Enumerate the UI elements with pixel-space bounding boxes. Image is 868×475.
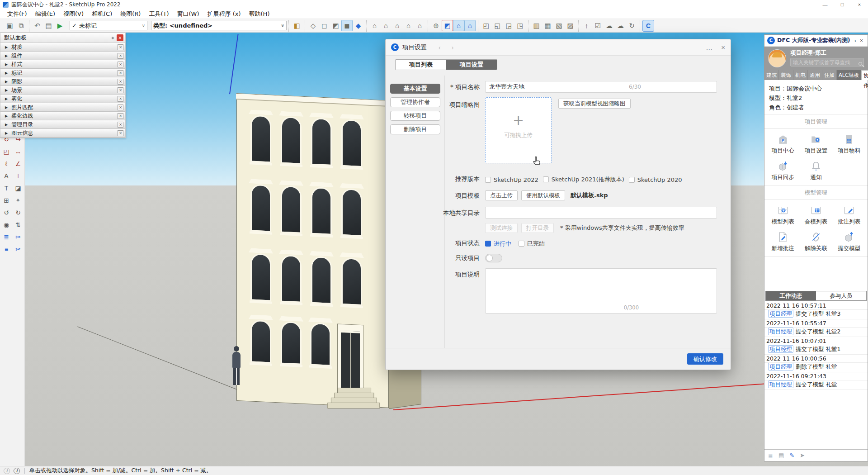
expand-arrow-icon[interactable]: ▶ xyxy=(5,80,8,84)
toolbar-style-icon[interactable]: ◆ xyxy=(353,20,364,31)
panel-footer-icon[interactable]: ➤ xyxy=(800,452,805,459)
thumbnail-dropzone[interactable]: + 可拖拽上传 xyxy=(485,97,552,163)
feed-item[interactable]: 2022-11-16 10:00:56 项目经理删除了模型 礼堂 xyxy=(764,355,868,372)
feed-user-chip[interactable]: 项目经理 xyxy=(768,345,793,353)
expand-arrow-icon[interactable]: ▶ xyxy=(5,123,8,127)
checkbox-icon[interactable] xyxy=(629,177,635,183)
dfc-panel-header[interactable]: DFC 大师版-专业套装(内测) ‹ × xyxy=(764,35,868,47)
feed-item[interactable]: 2022-11-16 09:21:43 项目经理提交了模型 礼堂 xyxy=(764,372,868,390)
panel-footer-icon[interactable]: ≣ xyxy=(768,452,773,459)
menu-item[interactable]: 文件(F) xyxy=(4,9,31,19)
project-sync-button[interactable]: 项目同步 xyxy=(766,160,799,181)
tool-button[interactable]: ↺ xyxy=(0,206,12,218)
expand-arrow-icon[interactable]: ▶ xyxy=(5,54,8,58)
tool-button[interactable]: T xyxy=(0,182,12,194)
add-note-button[interactable]: 新增批注 xyxy=(766,231,799,252)
status-info-icon[interactable]: i xyxy=(4,468,10,474)
feed-item[interactable]: 2022-11-16 10:07:01 项目经理提交了模型 礼堂1 xyxy=(764,337,868,355)
tool-button[interactable]: ℓ xyxy=(0,157,12,170)
tray-section-close-icon[interactable]: × xyxy=(118,130,123,136)
tool-button[interactable]: A xyxy=(0,170,12,182)
tool-button[interactable]: ∠ xyxy=(12,157,24,170)
expand-arrow-icon[interactable]: ▶ xyxy=(5,71,8,75)
share-dir-input[interactable] xyxy=(485,207,717,218)
upload-template-button[interactable]: 点击上传 xyxy=(485,190,518,200)
tab-project-list[interactable]: 项目列表 xyxy=(396,60,446,70)
unlink-button[interactable]: 解除关联 xyxy=(799,231,832,252)
toolbar-camera-icon[interactable]: ⌂ xyxy=(453,20,464,31)
tray-section-close-icon[interactable]: × xyxy=(118,79,123,85)
expand-arrow-icon[interactable]: ▶ xyxy=(5,105,8,109)
menu-item[interactable]: 工具(T) xyxy=(145,9,172,19)
toolbar-camera-icon[interactable]: ⊕ xyxy=(430,20,442,31)
version-option[interactable]: SketchUp 2022 xyxy=(485,176,538,183)
tool-button[interactable]: ≡ xyxy=(0,243,12,255)
tray-section[interactable]: ▶ 管理目录 × xyxy=(0,120,125,129)
title-bar[interactable]: 国际会议中心 - 礼堂2 - SketchUp Pro 2022 — □ × xyxy=(0,0,868,9)
notifications-button[interactable]: 通知 xyxy=(799,160,832,181)
toolbar-view-icon[interactable]: ⌂ xyxy=(403,20,414,31)
tool-button[interactable]: ✂ xyxy=(12,231,24,243)
expand-arrow-icon[interactable]: ▶ xyxy=(5,114,8,118)
tool-button[interactable]: ⊞ xyxy=(0,194,12,206)
version-option[interactable]: SketchUp 2020 xyxy=(629,176,682,183)
tool-button[interactable]: ↻ xyxy=(12,206,24,218)
tag-filter-dropdown[interactable]: ✓ 未标记 ∨ xyxy=(70,21,147,30)
dialog-close-icon[interactable]: × xyxy=(721,43,725,51)
description-textarea[interactable] xyxy=(485,268,717,314)
type-dropdown[interactable]: 类型: <undefined> ∨ xyxy=(151,21,287,30)
expand-arrow-icon[interactable]: ▶ xyxy=(5,88,8,92)
tray-section[interactable]: ▶ 样式 × xyxy=(0,60,125,69)
feed-tab[interactable]: 工作动态 xyxy=(766,291,816,300)
feed-item[interactable]: 2022-11-16 10:57:11 项目经理提交了模型 礼堂3 xyxy=(764,302,868,319)
toolbar-model-icon[interactable]: ▧ xyxy=(553,20,565,31)
menu-item[interactable]: 视图(V) xyxy=(60,9,87,19)
tray-section-close-icon[interactable]: × xyxy=(118,113,123,119)
tray-section-close-icon[interactable]: × xyxy=(118,96,123,102)
discipline-tab[interactable]: 协作 xyxy=(861,70,868,80)
toolbar-icon[interactable]: ↶ xyxy=(32,20,43,31)
capture-thumbnail-button[interactable]: 获取当前模型视图缩略图 xyxy=(558,99,631,109)
menu-item[interactable]: 窗口(W) xyxy=(174,9,203,19)
toolbar-model-icon[interactable]: ▥ xyxy=(531,20,542,31)
tray-section[interactable]: ▶ 标记 × xyxy=(0,69,125,77)
tool-button[interactable]: ✂ xyxy=(12,243,24,255)
toolbar-solid-icon[interactable]: ◱ xyxy=(492,20,503,31)
feed-user-chip[interactable]: 项目经理 xyxy=(768,310,793,318)
status-option-finished[interactable]: 已完结 xyxy=(519,240,545,248)
checkbox-icon[interactable] xyxy=(543,176,549,182)
tool-button[interactable]: ◪ xyxy=(12,182,24,194)
toolbar-style-icon[interactable]: ◼ xyxy=(341,20,353,31)
tray-section[interactable]: ▶ 照片匹配 × xyxy=(0,103,125,112)
forward-arrow-icon[interactable]: › xyxy=(446,44,459,51)
checkbox-icon[interactable] xyxy=(485,177,491,183)
dfc-plugin-icon[interactable]: C xyxy=(642,20,654,32)
toolbar-sync-icon[interactable]: ☁ xyxy=(604,20,615,31)
tray-section[interactable]: ▶ 材质 × xyxy=(0,43,125,52)
tray-section-close-icon[interactable]: × xyxy=(118,70,123,76)
toolbar-sync-icon[interactable]: ↻ xyxy=(626,20,637,31)
tool-button[interactable]: ⇅ xyxy=(12,218,24,231)
toolbar-view-icon[interactable]: ⌂ xyxy=(369,20,380,31)
open-directory-button[interactable]: 打开目录 xyxy=(521,223,554,233)
toolbar-style-icon[interactable]: ◻ xyxy=(319,20,330,31)
tray-section[interactable]: ▶ 组件 × xyxy=(0,52,125,60)
feed-tab[interactable]: 参与人员 xyxy=(816,291,866,300)
material-picker-icon[interactable]: ◧ xyxy=(291,20,302,31)
version-option[interactable]: SketchUp 2021(推荐版本) xyxy=(543,176,624,184)
panel-footer-icon[interactable]: ✎ xyxy=(789,452,794,459)
toolbar-model-icon[interactable]: ▨ xyxy=(565,20,576,31)
expand-arrow-icon[interactable]: ▶ xyxy=(5,131,8,135)
minimize-button[interactable]: — xyxy=(816,0,834,9)
tray-section[interactable]: ▶ 柔化边线 × xyxy=(0,112,125,120)
menu-item[interactable]: 帮助(H) xyxy=(245,9,274,19)
toolbar-style-icon[interactable]: ◇ xyxy=(307,20,319,31)
expand-arrow-icon[interactable]: ▶ xyxy=(5,97,8,101)
toolbar-view-icon[interactable]: ⌂ xyxy=(380,20,392,31)
toolbar-icon[interactable]: ▣ xyxy=(4,20,15,31)
discipline-tab[interactable]: 建筑 xyxy=(764,70,779,80)
checkbox-checked-icon[interactable] xyxy=(485,241,491,247)
tray-section[interactable]: ▶ 场景 × xyxy=(0,86,125,95)
tray-section-close-icon[interactable]: × xyxy=(118,44,123,50)
tray-section-close-icon[interactable]: × xyxy=(118,62,123,67)
